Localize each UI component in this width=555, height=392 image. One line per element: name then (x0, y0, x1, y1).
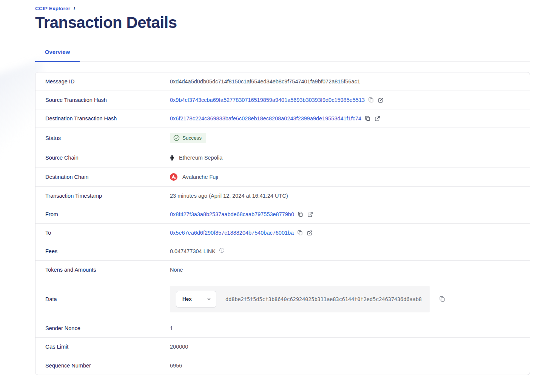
row-from: From 0x8f427f3a3a8b2537aabde68caab797553… (35, 205, 530, 224)
tab-overview[interactable]: Overview (35, 49, 80, 62)
to-address-link[interactable]: 0x5e67ea6d6f290f857c1888204b7540bac76001… (170, 230, 294, 236)
tab-bar: Overview (35, 49, 530, 62)
row-source-tx-hash: Source Transaction Hash 0x9b4cf3743ccba6… (35, 91, 530, 109)
message-id-value: 0xd4d4a5d0db05dc714f8150c1af654ed34eb8c9… (170, 78, 360, 85)
external-link-icon[interactable] (307, 212, 313, 217)
chevron-down-icon (207, 297, 211, 301)
info-icon[interactable] (219, 247, 225, 253)
timestamp-label: Transaction Timestamp (35, 193, 170, 199)
data-format-select[interactable]: Hex (176, 291, 216, 307)
sender-nonce-label: Sender Nonce (35, 325, 170, 331)
transaction-details-card: Message ID 0xd4d4a5d0db05dc714f8150c1af6… (35, 72, 530, 375)
sender-nonce-value: 1 (170, 325, 173, 331)
row-source-chain: Source Chain Ethereum Sepolia (35, 148, 530, 168)
row-data: Data Hex dd8be2f5f5d5cf3b8640c62924025b3… (35, 279, 530, 319)
external-link-icon[interactable] (375, 116, 380, 121)
source-chain-label: Source Chain (35, 155, 170, 161)
page-title: Transaction Details (35, 14, 530, 31)
sequence-number-label: Sequence Number (35, 363, 170, 369)
data-label: Data (35, 296, 170, 302)
row-sequence-number: Sequence Number 6956 (35, 356, 530, 375)
gas-limit-label: Gas Limit (35, 344, 170, 350)
breadcrumb: CCIP Explorer / (35, 6, 530, 11)
from-label: From (35, 211, 170, 217)
data-format-value: Hex (182, 296, 192, 302)
row-message-id: Message ID 0xd4d4a5d0db05dc714f8150c1af6… (35, 72, 530, 91)
row-to: To 0x5e67ea6d6f290f857c1888204b7540bac76… (35, 224, 530, 242)
row-tokens-and-amounts: Tokens and Amounts None (35, 261, 530, 279)
sequence-number-value: 6956 (170, 363, 182, 369)
transaction-details-page: CCIP Explorer / Transaction Details Over… (0, 0, 555, 375)
source-tx-hash-link[interactable]: 0x9b4cf3743ccba69fa5277830716519859a9401… (170, 97, 365, 103)
avalanche-icon (170, 173, 177, 181)
copy-icon[interactable] (298, 211, 303, 217)
status-badge: Success (170, 133, 206, 143)
copy-icon[interactable] (297, 230, 303, 236)
to-label: To (35, 230, 170, 236)
tokens-label: Tokens and Amounts (35, 267, 170, 273)
external-link-icon[interactable] (307, 230, 313, 236)
breadcrumb-link-ccip-explorer[interactable]: CCIP Explorer (35, 6, 70, 11)
check-circle-icon (173, 135, 180, 141)
row-destination-chain: Destination Chain Avalanche Fuji (35, 168, 530, 187)
destination-chain-label: Destination Chain (35, 174, 170, 180)
fees-value: 0.047477304 LINK (170, 248, 216, 254)
destination-chain-name: Avalanche Fuji (182, 174, 218, 180)
copy-icon[interactable] (365, 115, 370, 121)
tokens-value: None (170, 267, 183, 273)
source-chain-value: Ethereum Sepolia (170, 154, 222, 161)
source-tx-hash-label: Source Transaction Hash (35, 97, 170, 103)
external-link-icon[interactable] (378, 97, 384, 103)
destination-tx-hash-label: Destination Transaction Hash (35, 115, 170, 121)
breadcrumb-separator: / (74, 6, 75, 11)
row-destination-tx-hash: Destination Transaction Hash 0x6f2178c22… (35, 109, 530, 128)
data-box: Hex dd8be2f5f5d5cf3b8640c62924025b311ae8… (170, 286, 430, 312)
copy-icon[interactable] (439, 296, 445, 302)
timestamp-value: 23 minutes ago (April 12, 2024 at 16:41:… (170, 193, 288, 199)
ethereum-icon (170, 154, 174, 161)
fees-label: Fees (35, 248, 170, 254)
data-hex-value: dd8be2f5f5d5cf3b8640c62924025b311ae83c61… (225, 296, 422, 302)
row-sender-nonce: Sender Nonce 1 (35, 319, 530, 338)
row-fees: Fees 0.047477304 LINK (35, 242, 530, 261)
status-label: Status (35, 135, 170, 141)
message-id-label: Message ID (35, 78, 170, 85)
status-text: Success (182, 135, 202, 141)
destination-tx-hash-link[interactable]: 0x6f2178c224c369833bafe6c028eb18ec8208a0… (170, 115, 361, 121)
from-address-link[interactable]: 0x8f427f3a3a8b2537aabde68caab797553e8779… (170, 211, 294, 217)
row-gas-limit: Gas Limit 200000 (35, 338, 530, 356)
copy-icon[interactable] (368, 97, 374, 103)
row-status: Status Success (35, 128, 530, 148)
destination-chain-value: Avalanche Fuji (170, 173, 218, 181)
gas-limit-value: 200000 (170, 344, 188, 350)
source-chain-name: Ethereum Sepolia (179, 155, 222, 161)
row-transaction-timestamp: Transaction Timestamp 23 minutes ago (Ap… (35, 187, 530, 205)
